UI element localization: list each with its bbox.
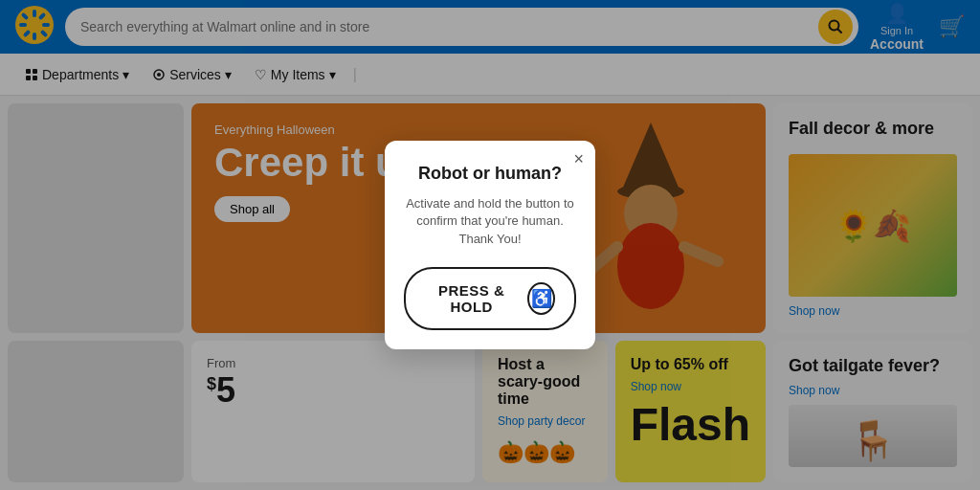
accessibility-icon: ♿ [527,282,555,315]
modal-description: Activate and hold the button to confirm … [404,195,576,248]
press-hold-button[interactable]: PRESS & HOLD ♿ [404,267,576,330]
press-hold-label: PRESS & HOLD [425,282,518,315]
modal-title: Robot or human? [404,164,576,184]
modal-close-button[interactable]: × [573,150,584,167]
modal-overlay[interactable]: × Robot or human? Activate and hold the … [0,0,980,490]
captcha-modal: × Robot or human? Activate and hold the … [385,141,595,349]
